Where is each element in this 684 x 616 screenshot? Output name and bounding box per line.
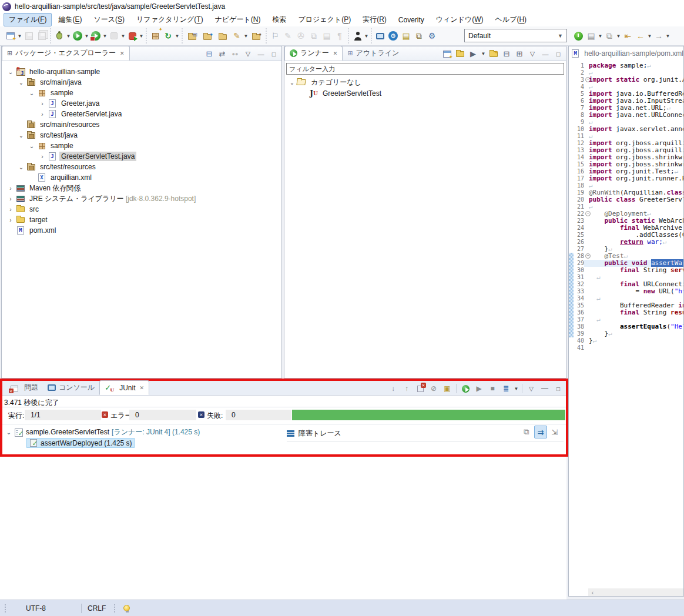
chevron-collapsed-icon[interactable]: › — [38, 153, 46, 160]
new-folder-icon[interactable] — [488, 49, 499, 59]
code-line-17[interactable]: 17import org.junit.runner.Run — [569, 175, 684, 182]
run-history-dropdown-icon[interactable]: ▼ — [481, 47, 486, 61]
runner-category-row[interactable]: ⌄ カテゴリーなし — [284, 77, 566, 88]
chevron-expanded-icon[interactable]: ⌄ — [17, 79, 25, 86]
tree-item-greeter-java[interactable]: ›Greeter.java — [2, 98, 281, 109]
test-hierarchy-icon[interactable]: ≣ — [500, 383, 512, 394]
code-line-20[interactable]: 20public class GreeterServle — [569, 196, 684, 203]
rerun-failed-icon[interactable]: ▶ — [473, 383, 485, 394]
menu-source[interactable]: ソース(S) — [88, 13, 130, 26]
run-button[interactable] — [71, 29, 84, 43]
prev-annotation-dropdown-icon[interactable]: ▼ — [616, 29, 621, 43]
show-stack-frames-icon[interactable]: ⇲ — [548, 426, 561, 438]
compare-result-icon[interactable]: ⧉ — [520, 426, 533, 438]
tree-item-greeterservlet-java[interactable]: ›GreeterServlet.java — [2, 109, 281, 119]
back-button[interactable]: ← — [634, 29, 647, 43]
open-project-button[interactable] — [215, 29, 230, 43]
javadoc-button[interactable]: ✎ — [230, 29, 243, 43]
tab-console[interactable]: コンソール — [43, 380, 99, 395]
perspective-combo[interactable]: Default ▼ — [464, 29, 567, 42]
new-launch-config-icon[interactable] — [442, 49, 452, 59]
maximize-icon[interactable]: □ — [552, 383, 564, 394]
scroll-lock-icon[interactable]: ▣ — [441, 383, 453, 394]
code-line-8[interactable]: 8import java.net.URLConnect — [569, 112, 684, 119]
mark-occurrences-button[interactable]: ⚐ — [269, 29, 281, 43]
last-edit-location-button[interactable]: ⇤ — [621, 29, 634, 43]
menu-window[interactable]: ウィンドウ(W) — [431, 13, 489, 26]
code-line-3[interactable]: 3−import static org.junit.As — [569, 76, 684, 83]
chevron-expanded-icon[interactable]: ⌄ — [5, 429, 13, 436]
chevron-expanded-icon[interactable]: ⌄ — [17, 164, 25, 170]
line-ending-indicator[interactable]: CRLF — [88, 604, 106, 612]
stop-button[interactable] — [108, 29, 120, 43]
chevron-collapsed-icon[interactable]: › — [6, 196, 15, 202]
chevron-expanded-icon[interactable]: ⌄ — [288, 79, 296, 86]
code-line-26[interactable]: 26 return war;↵ — [569, 239, 684, 246]
encoding-indicator[interactable]: UTF-8 — [26, 604, 46, 612]
menu-navigate[interactable]: ナビゲート(N) — [210, 13, 266, 26]
chevron-expanded-icon[interactable]: ⌄ — [17, 132, 25, 139]
coverage-dropdown-icon[interactable]: ▼ — [102, 29, 108, 43]
user-profile-button[interactable] — [351, 29, 364, 43]
link-with-editor-icon[interactable]: ⇄ — [217, 49, 227, 59]
code-line-10[interactable]: 10import javax.servlet.annota — [569, 126, 684, 133]
run-last-button[interactable] — [126, 29, 139, 43]
collapse-all-icon[interactable]: ⊟ — [501, 49, 512, 59]
tree-item-src-test-resources[interactable]: ⌄src/test/resources — [2, 162, 281, 172]
menu-file[interactable]: ファイル(F) — [4, 13, 52, 26]
menu-refactoring[interactable]: リファクタリング(T) — [131, 13, 209, 26]
forward-button[interactable]: → — [652, 29, 665, 43]
tree-item-src-main-resources[interactable]: src/main/resources — [2, 119, 281, 130]
tree-item-src-main-java[interactable]: ⌄src/main/java — [2, 77, 281, 88]
minimize-icon[interactable]: — — [540, 49, 551, 59]
prev-annotation-button[interactable]: ⧉ — [603, 29, 616, 43]
code-line-41[interactable]: 41 — [569, 344, 684, 351]
tab-problems[interactable]: 問題 — [5, 380, 43, 395]
chevron-collapsed-icon[interactable]: › — [6, 217, 15, 223]
minimize-icon[interactable]: — — [256, 49, 266, 59]
next-failure-icon[interactable]: ↓ — [387, 383, 399, 394]
new-task-button[interactable]: ▤ — [400, 29, 413, 43]
code-line-36[interactable]: 36 final String resul — [569, 309, 684, 316]
import-button[interactable]: ● — [249, 29, 264, 43]
open-console-button[interactable] — [374, 29, 387, 43]
menu-run[interactable]: 実行(R) — [357, 13, 392, 26]
tree-item-maven-[interactable]: ›Maven 依存関係 — [2, 183, 281, 193]
close-icon[interactable]: ✕ — [333, 51, 338, 56]
run-history-icon[interactable]: ▶ — [468, 49, 478, 59]
save-button[interactable] — [22, 29, 35, 43]
tree-item-src[interactable]: ›src — [2, 204, 281, 215]
code-line-33[interactable]: 33 = new URL("http — [569, 288, 684, 295]
focus-icon[interactable]: ●● — [230, 49, 240, 59]
lightbulb-icon[interactable] — [123, 605, 130, 611]
show-doc-button[interactable]: ▤ — [320, 29, 333, 43]
tab-runner[interactable]: ランナー ✕ — [284, 46, 343, 61]
new-task2-button[interactable]: ⧉ — [413, 29, 425, 43]
chevron-expanded-icon[interactable]: ⌄ — [6, 69, 15, 75]
javadoc-dropdown-icon[interactable]: ▼ — [243, 29, 249, 43]
close-icon[interactable]: ✕ — [120, 51, 125, 56]
coverage-button[interactable] — [89, 29, 102, 43]
tree-item-target[interactable]: ›target — [2, 215, 281, 225]
next-annotation-dropdown-icon[interactable]: ▼ — [598, 29, 603, 43]
run-dropdown-icon[interactable]: ▼ — [84, 29, 89, 43]
preferences-button[interactable]: ⚙ — [387, 29, 400, 43]
code-line-38[interactable]: 38 assertEquals("Hel — [569, 323, 684, 330]
back-dropdown-icon[interactable]: ▼ — [647, 29, 652, 43]
tree-item-arquillian-xml[interactable]: arquillian.xml — [2, 172, 281, 183]
filter-input[interactable] — [286, 63, 564, 75]
code-line-40[interactable]: 40}↵ — [569, 337, 684, 344]
new-wizard-button[interactable] — [4, 29, 17, 43]
tree-item-src-test-java[interactable]: ⌄src/test/java — [2, 130, 281, 140]
tree-item-hello-arquillian-sample[interactable]: ⌄hello-arquillian-sample — [2, 66, 281, 77]
new-java-project-button[interactable] — [149, 29, 162, 43]
next-annotation-button[interactable]: ▤ — [585, 29, 598, 43]
menu-search[interactable]: 検索 — [267, 13, 291, 26]
editor-title-tab[interactable]: hello-arquillian-sample/pom.xml — [569, 46, 683, 60]
maven-update-dropdown-icon[interactable]: ▼ — [175, 29, 180, 43]
menu-project[interactable]: プロジェクト(P) — [293, 13, 356, 26]
menu-coverity[interactable]: Coverity — [393, 14, 430, 26]
rerun-test-icon[interactable] — [460, 383, 471, 394]
chevron-collapsed-icon[interactable]: › — [6, 185, 15, 192]
run-folder-icon[interactable] — [455, 49, 465, 59]
